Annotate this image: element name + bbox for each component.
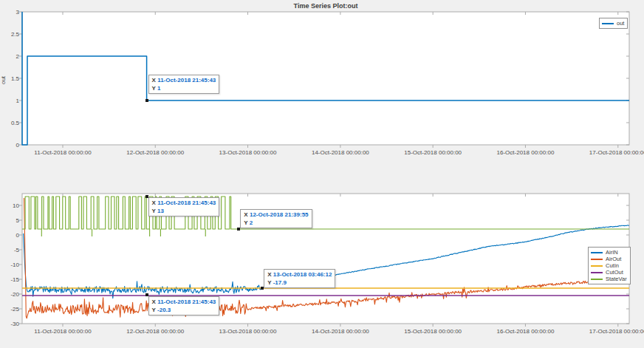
datatip-y-prefix: Y — [267, 279, 271, 286]
datatip-y-prefix: Y — [152, 85, 156, 92]
datatip[interactable]: X 13-Oct-2018 03:46:12Y -17.9 — [264, 269, 335, 288]
datatip[interactable]: X 11-Oct-2018 21:45:43Y 13 — [148, 197, 220, 216]
datatip-x-value: 11-Oct-2018 21:45:43 — [157, 298, 216, 305]
legend-label: AirIN — [606, 249, 618, 256]
datatip-x-value: 13-Oct-2018 03:46:12 — [273, 271, 332, 278]
legend[interactable]: AirINAirOutCutInCutOutStateVar — [588, 247, 631, 284]
datatip-x-line: X 11-Oct-2018 21:45:43 — [152, 199, 216, 207]
datatip-x-prefix: X — [152, 77, 156, 83]
datatip-y-value: -20.3 — [157, 307, 171, 313]
datatip-x-value: 12-Oct-2018 21:39:55 — [250, 211, 309, 218]
datatip-y-prefix: Y — [244, 219, 247, 226]
datatip-y-line: Y -17.9 — [267, 279, 332, 287]
legend-label: StateVar — [606, 276, 627, 282]
datatip-x-value: 11-Oct-2018 21:45:43 — [157, 199, 216, 206]
legend-label: AirOut — [606, 256, 621, 262]
datatip-x-prefix: X — [267, 271, 271, 278]
legend-item-statevar[interactable]: StateVar — [591, 276, 627, 282]
legend-item-airin[interactable]: AirIN — [591, 249, 627, 256]
datatip-x-prefix: X — [244, 211, 247, 218]
datatip-y-value: 1 — [157, 85, 160, 92]
datatip-marker[interactable] — [145, 99, 148, 102]
datatip-y-value: 13 — [157, 208, 164, 214]
datatip[interactable]: X 11-Oct-2018 21:45:43Y 1 — [148, 75, 220, 94]
datatip-y-line: Y 13 — [152, 207, 216, 215]
legend-label: out — [617, 20, 624, 27]
datatip[interactable]: X 12-Oct-2018 21:39:55Y 2 — [240, 209, 312, 228]
matlab-figure: Time Series Plot:out out 11-Oct-2018 00:… — [0, 0, 644, 348]
legend-item-airout[interactable]: AirOut — [591, 256, 627, 262]
datatip-y-value: -17.9 — [273, 279, 287, 286]
datatip-y-line: Y 2 — [244, 219, 308, 227]
legend[interactable]: out — [599, 18, 628, 29]
legend-label: CutIn — [606, 262, 619, 269]
datatip-y-value: 2 — [250, 219, 253, 226]
datatip-x-line: X 13-Oct-2018 03:46:12 — [267, 270, 332, 279]
legend-item-cutout[interactable]: CutOut — [591, 269, 627, 276]
legend-line-swatch — [591, 259, 603, 260]
legend-line-swatch — [591, 265, 603, 267]
datatip-x-line: X 12-Oct-2018 21:39:55 — [244, 211, 308, 219]
legend-label: CutOut — [606, 269, 623, 276]
datatip-x-prefix: X — [152, 199, 156, 206]
legend-item-cutin[interactable]: CutIn — [591, 262, 627, 269]
datatip-y-line: Y -20.3 — [152, 306, 216, 314]
plot-area-0[interactable] — [22, 12, 629, 145]
legend-line-swatch — [591, 272, 603, 273]
legend-item-out[interactable]: out — [602, 20, 624, 27]
datatip-y-line: Y 1 — [152, 84, 216, 92]
datatip-x-line: X 11-Oct-2018 21:45:43 — [152, 298, 216, 306]
datatip-x-value: 11-Oct-2018 21:45:43 — [157, 77, 216, 83]
datatip-x-line: X 11-Oct-2018 21:45:43 — [152, 76, 216, 84]
datatip-x-prefix: X — [152, 298, 156, 305]
datatip[interactable]: X 11-Oct-2018 21:45:43Y -20.3 — [148, 296, 220, 315]
plot-svg — [0, 0, 644, 348]
legend-line-swatch — [591, 252, 603, 253]
datatip-y-prefix: Y — [152, 208, 156, 214]
legend-line-swatch — [602, 23, 614, 24]
legend-line-swatch — [591, 279, 603, 280]
datatip-y-prefix: Y — [152, 307, 156, 313]
